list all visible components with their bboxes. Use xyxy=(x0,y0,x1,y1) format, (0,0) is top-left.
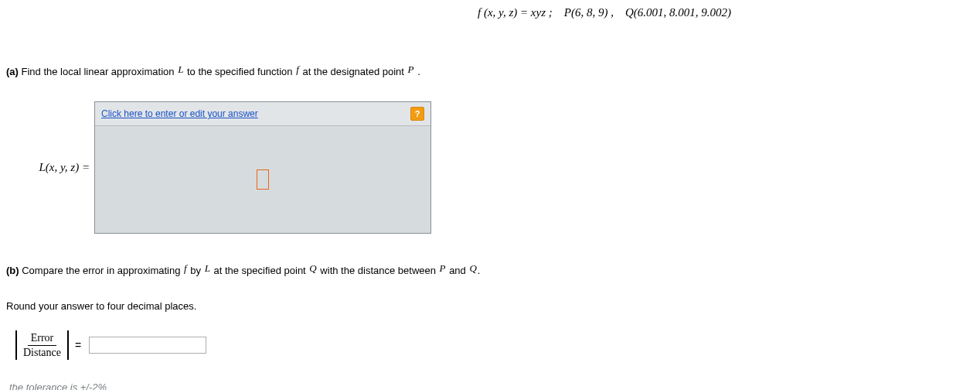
part-b-text4: with the distance between xyxy=(318,265,439,276)
part-a-label: (a) xyxy=(6,66,19,77)
ratio-row: Error Distance = xyxy=(15,330,974,360)
rounding-note: Round your answer to four decimal places… xyxy=(6,300,974,312)
part-b-text5: and xyxy=(447,265,469,276)
abs-bar-left xyxy=(15,330,17,360)
ratio-answer-input[interactable] xyxy=(89,337,206,354)
part-b-var-L: L xyxy=(205,262,210,274)
part-a-var-f: f xyxy=(296,63,299,75)
abs-bar-right xyxy=(67,330,69,360)
part-b-text1: Compare the error in approximating xyxy=(19,265,183,276)
answer-row: L(x, y, z) = Click here to enter or edit… xyxy=(12,101,974,234)
part-b-text3: at the specified point xyxy=(211,265,308,276)
equation-editor[interactable]: Click here to enter or edit your answer … xyxy=(94,101,431,234)
part-b-label: (b) xyxy=(6,265,19,276)
part-a-text3: at the designated point xyxy=(300,66,407,77)
part-b-text2: by xyxy=(188,265,204,276)
fraction-denominator: Distance xyxy=(20,346,64,359)
enter-answer-link[interactable]: Click here to enter or edit your answer xyxy=(101,108,258,119)
tolerance-note: the tolerance is +/-2% xyxy=(9,381,974,390)
part-a-var-L: L xyxy=(178,63,183,75)
equation-editor-body[interactable] xyxy=(95,126,430,233)
answer-lhs: L(x, y, z) = xyxy=(12,161,94,174)
part-a-text2: to the specified function xyxy=(184,66,295,77)
fraction-numerator: Error xyxy=(28,332,57,346)
part-a-prompt: (a) Find the local linear approximation … xyxy=(6,66,974,78)
part-b-prompt: (b) Compare the error in approximating f… xyxy=(6,265,974,277)
part-b-var-Q: Q xyxy=(309,262,316,274)
part-a-text1: Find the local linear approximation xyxy=(19,66,177,77)
part-b-var-Q2: Q xyxy=(469,262,476,274)
part-b-text6: . xyxy=(478,265,481,276)
equation-cursor xyxy=(257,169,269,190)
part-b-var-f: f xyxy=(184,262,187,274)
part-b-var-P: P xyxy=(440,262,446,274)
equals-sign: = xyxy=(75,339,81,351)
equation-editor-header: Click here to enter or edit your answer … xyxy=(95,102,430,126)
problem-formula: f (x, y, z) = xyz ; P(6, 8, 9) , Q(6.001… xyxy=(6,6,974,19)
part-a-text4: . xyxy=(415,66,420,77)
help-icon[interactable]: ? xyxy=(410,107,424,121)
formula-text: f (x, y, z) = xyz ; P(6, 8, 9) , Q(6.001… xyxy=(478,6,731,19)
part-a-var-P: P xyxy=(408,63,414,75)
error-distance-fraction: Error Distance xyxy=(20,332,64,359)
